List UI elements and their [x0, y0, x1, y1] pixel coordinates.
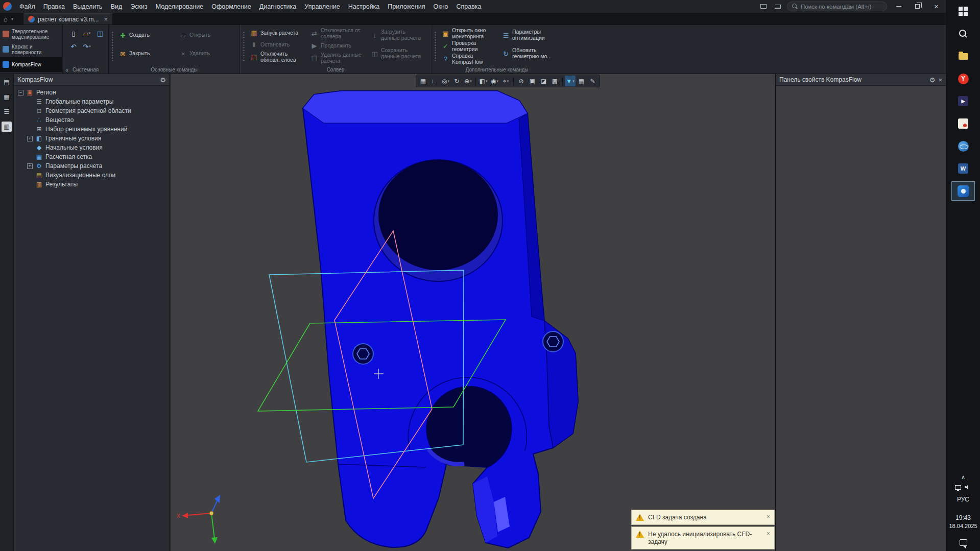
word-app-icon[interactable]: W	[949, 157, 977, 180]
ribbon-command[interactable]: ▦Запуск расчета	[248, 28, 306, 38]
ribbon-command[interactable]: ☰Параметры оптимизации	[500, 29, 558, 41]
ribbon-tab-solid-modeling[interactable]: Твердотельное моделирование	[0, 27, 62, 41]
tree-item[interactable]: −▣Регион	[14, 88, 170, 97]
menu-item-12[interactable]: Окно	[429, 0, 452, 13]
menu-item-13[interactable]: Справка	[452, 0, 486, 13]
globe-app-icon[interactable]	[949, 135, 977, 157]
clip-button[interactable]: ⊘	[516, 76, 527, 86]
menu-item-7[interactable]: Оформление	[207, 0, 255, 13]
app-menu-icon[interactable]	[3, 2, 12, 11]
tree-item[interactable]: ▥Результаты	[14, 180, 170, 189]
ribbon-command[interactable]: ◫Сохранить данные расчета	[369, 47, 427, 60]
menu-item-6[interactable]: Моделирование	[152, 0, 208, 13]
close-button[interactable]: ×	[929, 1, 944, 13]
notification-center-icon[interactable]	[960, 539, 967, 546]
new-doc-button[interactable]: ▯	[68, 28, 79, 38]
display-mode-button[interactable]: ◧▾	[478, 76, 489, 86]
menu-item-11[interactable]: Приложения	[384, 0, 429, 13]
ribbon-command[interactable]: ▱Открыть	[177, 29, 235, 41]
windows-start-icon[interactable]	[949, 0, 977, 22]
menu-item-5[interactable]: Эскиз	[126, 0, 151, 13]
tree-item[interactable]: □Геометрия расчетной области	[14, 106, 170, 115]
restore-button[interactable]	[910, 1, 925, 13]
tree-item[interactable]: ▦Расчетная сетка	[14, 152, 170, 161]
snap-target-button[interactable]: ⌖▾	[500, 76, 511, 86]
dropdown-caret-icon[interactable]: ▾	[470, 79, 472, 83]
tree-item[interactable]: ◆Начальные условия	[14, 143, 170, 152]
tree-item[interactable]: ⊞Набор решаемых уравнений	[14, 125, 170, 134]
screw-hole-left[interactable]	[353, 344, 373, 364]
language-indicator[interactable]: РУС	[957, 496, 969, 503]
media-player-icon[interactable]: ▶	[949, 90, 977, 112]
layout-icon[interactable]	[758, 2, 769, 11]
group-drag-handle[interactable]	[243, 31, 245, 62]
tree-item[interactable]: ∴Вещество	[14, 115, 170, 125]
view-grid-button[interactable]: ▦	[418, 76, 428, 86]
ribbon-command[interactable]: ▶Продолжить	[308, 40, 367, 51]
dropdown-caret-icon[interactable]: ▾	[507, 79, 509, 83]
ribbon-tab-wireframe-surfaces[interactable]: Каркас и поверхности	[0, 42, 62, 57]
tree-item[interactable]: +◧Граничные условия	[14, 134, 170, 143]
taskbar-search-icon[interactable]	[949, 22, 977, 45]
group-drag-handle[interactable]	[112, 31, 113, 62]
screw-hole-right[interactable]	[543, 331, 563, 352]
ribbon-command[interactable]: ▤Отключить обновл. слоев	[248, 51, 306, 63]
ribbon-tab-kompasflow[interactable]: KompasFlow	[0, 57, 62, 72]
document-tab[interactable]: расчет компас v3.m... ×	[23, 13, 112, 25]
dropdown-caret-icon[interactable]: ▾	[486, 79, 488, 83]
menu-item-2[interactable]: Правка	[39, 0, 69, 13]
menu-item-9[interactable]: Управление	[300, 0, 344, 13]
display-icon[interactable]	[773, 2, 783, 11]
undo-button[interactable]: ↶	[68, 41, 79, 52]
clock-date[interactable]: 18.04.2025	[949, 523, 977, 529]
ribbon-command[interactable]: ⇄Отключиться от солвера	[308, 28, 367, 39]
tray-expand-chevron-icon[interactable]: ∧	[961, 474, 965, 481]
menu-item-1[interactable]: Файл	[15, 0, 39, 13]
panel-close-icon[interactable]: ×	[938, 76, 942, 84]
dropdown-caret-icon[interactable]: ▾	[496, 79, 498, 83]
ribbon-command[interactable]: ‖Остановить	[248, 39, 306, 50]
mesh-grid-button[interactable]: ▦	[576, 76, 587, 86]
document-app-icon[interactable]	[949, 112, 977, 135]
tab-close-icon[interactable]: ×	[104, 15, 108, 23]
ribbon-command[interactable]: ▤Удалить данные расчета	[308, 52, 367, 64]
notification-close-icon[interactable]: ×	[766, 530, 771, 538]
panel-tab-list[interactable]: ☰	[2, 107, 12, 117]
home-menu-caret-icon[interactable]: ▾	[11, 13, 17, 25]
section-plane-button[interactable]: ▣	[527, 76, 538, 86]
minimize-button[interactable]	[891, 1, 906, 13]
volume-icon[interactable]	[965, 485, 971, 490]
menu-item-4[interactable]: Вид	[107, 0, 127, 13]
file-explorer-icon[interactable]	[949, 45, 977, 67]
gear-icon[interactable]: ⚙	[929, 76, 936, 84]
coordinate-axes-button[interactable]: ∟	[429, 76, 440, 86]
panel-tab-properties[interactable]: ▥	[2, 122, 12, 132]
save-button[interactable]: ◫	[94, 28, 106, 38]
ribbon-command[interactable]: ✚Создать	[117, 29, 175, 41]
pan-button[interactable]: ⊕▾	[463, 76, 473, 86]
visibility-button[interactable]: ◉▾	[489, 76, 500, 86]
dropdown-caret-icon[interactable]: ▾	[447, 79, 449, 83]
menu-item-8[interactable]: Диагностика	[255, 0, 300, 13]
panel-tab-structure[interactable]: ▦	[2, 92, 12, 102]
tree-item[interactable]: +⚙Параметры расчета	[14, 161, 170, 171]
tree-item[interactable]: ▤Визуализационные слои	[14, 171, 170, 180]
expand-toggle-icon[interactable]: +	[27, 163, 33, 169]
home-icon[interactable]: ⌂	[0, 13, 11, 25]
panel-tab-document[interactable]: ▤	[2, 77, 12, 87]
section-view-button[interactable]: ▩	[549, 76, 560, 86]
notification-close-icon[interactable]: ×	[766, 513, 771, 521]
collapse-toggle-icon[interactable]: −	[18, 90, 23, 95]
clock-time[interactable]: 19:43	[955, 514, 971, 521]
yandex-browser-icon[interactable]: Y	[949, 67, 977, 90]
ribbon-command[interactable]: ×Удалить	[177, 47, 235, 60]
ribbon-command[interactable]: ?Справка KompasFlow	[440, 53, 498, 65]
tree-item[interactable]: ☰Глобальные параметры	[14, 97, 170, 106]
menu-item-10[interactable]: Настройка	[344, 0, 384, 13]
pick-button[interactable]: ✎	[587, 76, 598, 86]
kompasflow-app-icon[interactable]	[949, 180, 977, 202]
expand-toggle-icon[interactable]: +	[27, 136, 33, 141]
filter-button[interactable]: ▼▾	[565, 76, 576, 86]
ribbon-command[interactable]: ✓Проверка геометрии	[440, 40, 498, 52]
display-tray-icon[interactable]	[955, 485, 961, 490]
